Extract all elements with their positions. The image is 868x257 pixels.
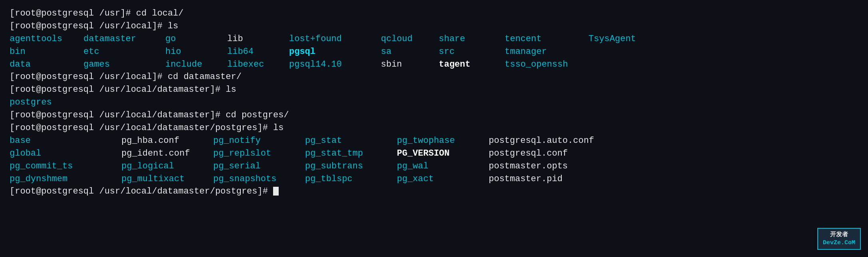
pg-ls-item: postmaster.pid [489,173,858,186]
pg-ls-item: pg_snapshots [213,173,305,186]
pg-ls-item: pg_serial [213,160,305,173]
watermark-line1: 开发者 [823,231,855,239]
terminal: [root@postgresql /usr]# cd local/ [root@… [10,7,858,198]
ls-item: data [10,58,83,71]
pg-ls-item: pg_logical [121,160,213,173]
ls-item: sbin [381,58,439,71]
ls-item: tsso_openssh [505,58,858,71]
cmd-line-4: [root@postgresql /usr/local/datamaster]#… [10,83,858,96]
ls-item: hio [165,45,227,58]
cmd-line-6: [root@postgresql /usr/local/datamaster/p… [10,122,858,134]
pg-ls-item: pg_replslot [213,147,305,160]
pg-ls-row-1: base pg_hba.conf pg_notify pg_stat pg_tw… [10,134,858,147]
ls-item: lib64 [227,45,289,58]
pg-ls-item: pg_commit_ts [10,160,121,173]
cmd-line-7: [root@postgresql /usr/local/datamaster/p… [10,185,858,198]
ls-item-pgsql: pgsql [289,45,381,58]
ls-item: go [165,33,227,45]
ls-item: lib [227,33,289,45]
ls-item: pgsql14.10 [289,58,381,71]
ls-item-tagent: tagent [439,58,505,71]
pg-ls-item: pg_subtrans [305,160,397,173]
ls-row-3: data games include libexec pgsql14.10 sb… [10,58,858,71]
ls-item: share [439,33,505,45]
pg-ls-item: pg_ident.conf [121,147,213,160]
pg-ls-item: pg_xact [397,173,489,186]
cmd-line-1: [root@postgresql /usr]# cd local/ [10,7,858,20]
cursor [273,187,279,196]
pg-ls-item: pg_hba.conf [121,134,213,147]
watermark-line2: DevZe.CoM [823,239,855,247]
pg-ls-row-2: global pg_ident.conf pg_replslot pg_stat… [10,147,858,160]
ls-item: src [439,45,505,58]
ls-item: qcloud [381,33,439,45]
pg-ls-item: base [10,134,121,147]
pg-ls-item: postgresql.conf [489,147,858,160]
ls-row-2: bin etc hio lib64 pgsql sa src tmanager [10,45,858,58]
ls-item: lost+found [289,33,381,45]
ls-item: etc [83,45,165,58]
ls-item: libexec [227,58,289,71]
ls-item: bin [10,45,83,58]
pg-ls-item: pg_stat_tmp [305,147,397,160]
pg-ls-item: pg_dynshmem [10,173,121,186]
ls-item: tencent [505,33,589,45]
pg-ls-item: pg_tblspc [305,173,397,186]
ls-item: games [83,58,165,71]
pg-ls-item: pg_multixact [121,173,213,186]
ls-single-postgres: postgres [10,96,858,109]
watermark: 开发者 DevZe.CoM [817,228,861,250]
pg-ls-item: pg_wal [397,160,489,173]
pg-ls-item: pg_stat [305,134,397,147]
ls-item: include [165,58,227,71]
pg-ls-item: postmaster.opts [489,160,858,173]
pg-ls-row-3: pg_commit_ts pg_logical pg_serial pg_sub… [10,160,858,173]
cmd-line-5: [root@postgresql /usr/local/datamaster]#… [10,109,858,122]
pg-ls-item: pg_twophase [397,134,489,147]
ls-item: tmanager [505,45,858,58]
ls-item: sa [381,45,439,58]
ls-row-1: agenttools datamaster go lib lost+found … [10,33,858,45]
ls-item: agenttools [10,33,83,45]
pg-ls-item: pg_notify [213,134,305,147]
pg-ls-row-4: pg_dynshmem pg_multixact pg_snapshots pg… [10,173,858,186]
cmd-line-2: [root@postgresql /usr/local]# ls [10,20,858,33]
pg-ls-item: global [10,147,121,160]
ls-item: datamaster [83,33,165,45]
ls-item: TsysAgent [589,33,858,45]
cmd-line-3: [root@postgresql /usr/local]# cd datamas… [10,71,858,83]
pg-ls-item: postgresql.auto.conf [489,134,858,147]
pg-ls-item-version: PG_VERSION [397,147,489,160]
